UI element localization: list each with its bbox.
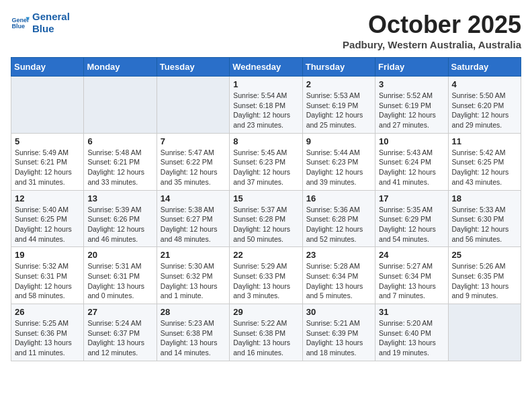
calendar-week-4: 19Sunrise: 5:32 AM Sunset: 6:31 PM Dayli… (11, 247, 521, 304)
cell-content: Sunrise: 5:48 AM Sunset: 6:21 PM Dayligh… (87, 148, 152, 187)
calendar-cell: 17Sunrise: 5:35 AM Sunset: 6:29 PM Dayli… (375, 190, 448, 247)
day-number: 1 (233, 79, 298, 89)
weekday-header-saturday: Saturday (448, 58, 521, 77)
day-number: 16 (306, 193, 371, 203)
calendar-cell: 5Sunrise: 5:49 AM Sunset: 6:21 PM Daylig… (11, 133, 84, 190)
calendar-cell: 24Sunrise: 5:27 AM Sunset: 6:34 PM Dayli… (375, 247, 448, 304)
cell-content: Sunrise: 5:23 AM Sunset: 6:38 PM Dayligh… (161, 318, 226, 358)
day-number: 24 (379, 250, 444, 260)
day-number: 13 (87, 193, 152, 203)
calendar-cell: 8Sunrise: 5:45 AM Sunset: 6:23 PM Daylig… (230, 133, 302, 190)
day-number: 28 (161, 307, 226, 317)
calendar-cell: 27Sunrise: 5:24 AM Sunset: 6:37 PM Dayli… (84, 304, 157, 361)
logo-icon: General Blue (11, 13, 30, 32)
cell-content: Sunrise: 5:43 AM Sunset: 6:24 PM Dayligh… (379, 148, 444, 187)
calendar-cell: 31Sunrise: 5:20 AM Sunset: 6:40 PM Dayli… (375, 304, 448, 361)
day-number: 17 (379, 193, 444, 203)
calendar-week-5: 26Sunrise: 5:25 AM Sunset: 6:36 PM Dayli… (11, 304, 521, 361)
calendar-cell: 30Sunrise: 5:21 AM Sunset: 6:39 PM Dayli… (302, 304, 375, 361)
calendar-cell (11, 77, 84, 134)
calendar-cell: 15Sunrise: 5:37 AM Sunset: 6:28 PM Dayli… (230, 190, 302, 247)
header: General Blue General Blue October 2025 P… (11, 11, 521, 50)
weekday-header-tuesday: Tuesday (157, 58, 229, 77)
cell-content: Sunrise: 5:40 AM Sunset: 6:25 PM Dayligh… (15, 205, 80, 244)
day-number: 18 (452, 193, 517, 203)
month-title: October 2025 (343, 11, 521, 39)
calendar-header-row: SundayMondayTuesdayWednesdayThursdayFrid… (11, 58, 521, 77)
cell-content: Sunrise: 5:28 AM Sunset: 6:34 PM Dayligh… (306, 261, 371, 301)
calendar-cell: 13Sunrise: 5:39 AM Sunset: 6:26 PM Dayli… (84, 190, 157, 247)
day-number: 8 (233, 136, 298, 146)
day-number: 12 (15, 193, 80, 203)
calendar-cell (448, 304, 521, 361)
calendar-body: 1Sunrise: 5:54 AM Sunset: 6:18 PM Daylig… (11, 77, 521, 361)
cell-content: Sunrise: 5:31 AM Sunset: 6:31 PM Dayligh… (87, 261, 152, 301)
cell-content: Sunrise: 5:37 AM Sunset: 6:28 PM Dayligh… (233, 205, 298, 244)
cell-content: Sunrise: 5:29 AM Sunset: 6:33 PM Dayligh… (233, 261, 298, 301)
day-number: 7 (161, 136, 226, 146)
day-number: 30 (306, 307, 371, 317)
logo-line1: General (32, 11, 70, 23)
day-number: 2 (306, 79, 371, 89)
cell-content: Sunrise: 5:49 AM Sunset: 6:21 PM Dayligh… (15, 148, 80, 187)
day-number: 25 (452, 250, 517, 260)
day-number: 22 (233, 250, 298, 260)
weekday-header-sunday: Sunday (11, 58, 84, 77)
cell-content: Sunrise: 5:54 AM Sunset: 6:18 PM Dayligh… (233, 91, 298, 130)
calendar-cell: 26Sunrise: 5:25 AM Sunset: 6:36 PM Dayli… (11, 304, 84, 361)
calendar-cell: 4Sunrise: 5:50 AM Sunset: 6:20 PM Daylig… (448, 77, 521, 134)
calendar-table: SundayMondayTuesdayWednesdayThursdayFrid… (11, 57, 521, 361)
cell-content: Sunrise: 5:20 AM Sunset: 6:40 PM Dayligh… (379, 318, 444, 358)
cell-content: Sunrise: 5:33 AM Sunset: 6:30 PM Dayligh… (452, 205, 517, 244)
cell-content: Sunrise: 5:27 AM Sunset: 6:34 PM Dayligh… (379, 261, 444, 301)
cell-content: Sunrise: 5:47 AM Sunset: 6:22 PM Dayligh… (161, 148, 226, 187)
day-number: 9 (306, 136, 371, 146)
calendar-cell: 14Sunrise: 5:38 AM Sunset: 6:27 PM Dayli… (157, 190, 229, 247)
day-number: 15 (233, 193, 298, 203)
cell-content: Sunrise: 5:35 AM Sunset: 6:29 PM Dayligh… (379, 205, 444, 244)
day-number: 10 (379, 136, 444, 146)
day-number: 20 (87, 250, 152, 260)
cell-content: Sunrise: 5:50 AM Sunset: 6:20 PM Dayligh… (452, 91, 517, 130)
svg-text:Blue: Blue (11, 23, 25, 30)
calendar-cell: 3Sunrise: 5:52 AM Sunset: 6:19 PM Daylig… (375, 77, 448, 134)
weekday-header-thursday: Thursday (302, 58, 375, 77)
day-number: 27 (87, 307, 152, 317)
calendar-cell (84, 77, 157, 134)
day-number: 4 (452, 79, 517, 89)
day-number: 21 (161, 250, 226, 260)
logo: General Blue General Blue (11, 11, 70, 35)
calendar-week-1: 1Sunrise: 5:54 AM Sunset: 6:18 PM Daylig… (11, 77, 521, 134)
location-title: Padbury, Western Australia, Australia (343, 39, 521, 50)
day-number: 23 (306, 250, 371, 260)
cell-content: Sunrise: 5:22 AM Sunset: 6:38 PM Dayligh… (233, 318, 298, 358)
logo-line2: Blue (32, 23, 70, 35)
calendar-cell: 6Sunrise: 5:48 AM Sunset: 6:21 PM Daylig… (84, 133, 157, 190)
cell-content: Sunrise: 5:30 AM Sunset: 6:32 PM Dayligh… (161, 261, 226, 301)
day-number: 3 (379, 79, 444, 89)
calendar-cell: 22Sunrise: 5:29 AM Sunset: 6:33 PM Dayli… (230, 247, 302, 304)
day-number: 6 (87, 136, 152, 146)
cell-content: Sunrise: 5:32 AM Sunset: 6:31 PM Dayligh… (15, 261, 80, 301)
cell-content: Sunrise: 5:52 AM Sunset: 6:19 PM Dayligh… (379, 91, 444, 130)
day-number: 11 (452, 136, 517, 146)
calendar-cell: 11Sunrise: 5:42 AM Sunset: 6:25 PM Dayli… (448, 133, 521, 190)
day-number: 5 (15, 136, 80, 146)
cell-content: Sunrise: 5:24 AM Sunset: 6:37 PM Dayligh… (87, 318, 152, 358)
calendar-cell: 20Sunrise: 5:31 AM Sunset: 6:31 PM Dayli… (84, 247, 157, 304)
weekday-header-friday: Friday (375, 58, 448, 77)
cell-content: Sunrise: 5:26 AM Sunset: 6:35 PM Dayligh… (452, 261, 517, 301)
day-number: 31 (379, 307, 444, 317)
day-number: 14 (161, 193, 226, 203)
calendar-cell: 28Sunrise: 5:23 AM Sunset: 6:38 PM Dayli… (157, 304, 229, 361)
cell-content: Sunrise: 5:45 AM Sunset: 6:23 PM Dayligh… (233, 148, 298, 187)
cell-content: Sunrise: 5:39 AM Sunset: 6:26 PM Dayligh… (87, 205, 152, 244)
calendar-cell: 12Sunrise: 5:40 AM Sunset: 6:25 PM Dayli… (11, 190, 84, 247)
day-number: 29 (233, 307, 298, 317)
cell-content: Sunrise: 5:25 AM Sunset: 6:36 PM Dayligh… (15, 318, 80, 358)
calendar-cell: 23Sunrise: 5:28 AM Sunset: 6:34 PM Dayli… (302, 247, 375, 304)
calendar-cell: 16Sunrise: 5:36 AM Sunset: 6:28 PM Dayli… (302, 190, 375, 247)
calendar-cell: 7Sunrise: 5:47 AM Sunset: 6:22 PM Daylig… (157, 133, 229, 190)
calendar-cell: 29Sunrise: 5:22 AM Sunset: 6:38 PM Dayli… (230, 304, 302, 361)
calendar-cell: 25Sunrise: 5:26 AM Sunset: 6:35 PM Dayli… (448, 247, 521, 304)
